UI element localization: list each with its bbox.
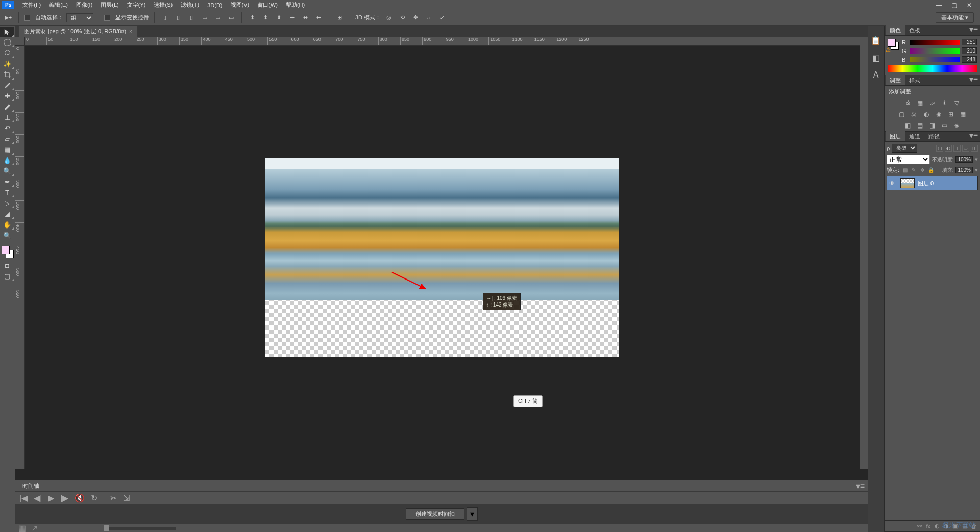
play-icon[interactable]: ▶ [48,493,54,503]
timeline-convert-icon[interactable]: ▦ [18,523,26,532]
foreground-color[interactable] [2,246,10,254]
brush-tool[interactable] [0,102,14,112]
threeD-orbit-icon[interactable]: ◎ [384,13,394,23]
exposure-icon[interactable]: ☀ [941,99,949,107]
auto-select-checkbox[interactable] [24,15,30,21]
threshold-icon[interactable]: ◨ [928,121,937,130]
hand-tool[interactable]: ✋ [0,219,14,230]
selective-color-icon[interactable]: ◈ [953,121,961,130]
paths-tab[interactable]: 路径 [924,131,944,141]
magic-wand-tool[interactable]: ✨ [0,59,14,69]
color-lookup-icon[interactable]: ▦ [959,110,967,118]
curves-icon[interactable]: ⬀ [928,99,937,107]
horizontal-ruler[interactable]: 0501001502002503003504004505005506006507… [24,37,860,46]
menu-filter[interactable]: 滤镜(T) [177,0,203,10]
document-tab[interactable]: 图片素材.jpeg @ 100% (图层 0, RGB/8#) × [18,26,138,37]
threeD-slide-icon[interactable]: ↔ [424,13,434,23]
align-left-icon[interactable]: ▯ [160,13,170,23]
healing-brush-tool[interactable]: ✚ [0,91,14,102]
distribute-icon[interactable]: ⬍ [260,13,271,23]
panel-menu-icon[interactable]: ▾≡ [967,130,980,141]
layer-name[interactable]: 图层 0 [918,180,934,187]
vibrance-icon[interactable]: ▽ [953,99,961,107]
workspace-switcher[interactable]: 基本功能 ▾ [936,12,974,23]
layer-filter-dropdown[interactable]: 类型 [892,144,917,153]
auto-select-dropdown[interactable]: 组 [66,13,93,22]
filter-adjustment-icon[interactable]: ◐ [945,145,952,152]
shape-tool[interactable]: ◢ [0,209,14,219]
photo-filter-icon[interactable]: ◉ [935,110,943,118]
r-slider[interactable] [910,40,960,45]
clone-stamp-tool[interactable]: ⊥ [0,112,14,123]
menu-help[interactable]: 帮助(H) [282,0,309,10]
loop-icon[interactable]: ↻ [91,493,97,503]
next-frame-icon[interactable]: |▶ [60,493,68,503]
visibility-toggle-icon[interactable]: 👁 [889,180,897,186]
lock-paint-icon[interactable]: ✎ [910,167,917,174]
adjustments-tab[interactable]: 调整 [886,75,905,85]
distribute-icon[interactable]: ⬌ [300,13,310,23]
link-layers-icon[interactable]: ⚯ [917,523,922,529]
menu-window[interactable]: 窗口(W) [253,0,282,10]
move-tool[interactable] [0,27,14,37]
transition-icon[interactable]: ⇲ [123,493,130,503]
fill-value[interactable]: 100% [955,167,973,173]
layer-style-icon[interactable]: fx [926,523,930,529]
move-tool-icon[interactable]: ▶+ [3,13,13,23]
threeD-scale-icon[interactable]: ⤢ [437,13,447,23]
maximize-button[interactable]: ▢ [949,2,959,9]
filter-type-icon[interactable]: T [953,145,961,152]
character-panel-icon[interactable]: A [870,69,881,81]
panel-menu-icon[interactable]: ▾≡ [967,73,980,85]
channel-mixer-icon[interactable]: ⊞ [947,110,955,118]
go-to-first-frame-icon[interactable]: |◀ [19,493,28,503]
screen-mode-toggle[interactable]: ▢ [0,271,14,282]
menu-layer[interactable]: 图层(L) [96,0,122,10]
menu-select[interactable]: 选择(S) [150,0,177,10]
history-brush-tool[interactable]: ↶ [0,123,14,134]
timeline-render-icon[interactable]: ↗ [31,523,38,532]
history-panel-icon[interactable]: 📋 [870,35,881,46]
distribute-icon[interactable]: ⬍ [247,13,257,23]
close-tab-icon[interactable]: × [129,29,132,34]
type-tool[interactable]: T [0,187,14,198]
pen-tool[interactable]: ✒ [0,176,14,187]
canvas[interactable]: →| : 106 像素 ↕ : 142 像素 [24,46,860,469]
close-button[interactable]: ✕ [965,2,974,9]
panel-menu-icon[interactable]: ▾≡ [967,23,980,35]
lock-transparency-icon[interactable]: ▨ [901,167,909,174]
blend-mode-dropdown[interactable]: 正常 [887,155,930,164]
menu-view[interactable]: 视图(V) [227,0,254,10]
eyedropper-tool[interactable] [0,80,14,91]
gradient-tool[interactable]: ▦ [0,144,14,155]
threeD-roll-icon[interactable]: ⟲ [397,13,407,23]
crop-tool[interactable] [0,69,14,80]
align-bottom-icon[interactable]: ▭ [226,13,236,23]
color-ramp[interactable] [888,65,977,72]
menu-edit[interactable]: 编辑(E) [45,0,72,10]
g-value[interactable]: 210 [962,47,977,54]
timeline-zoom-slider[interactable] [104,527,176,530]
minimize-button[interactable]: — [934,2,943,9]
color-balance-icon[interactable]: ⚖ [910,110,918,118]
posterize-icon[interactable]: ▤ [916,121,924,130]
timeline-type-dropdown[interactable]: ▾ [467,507,478,521]
gradient-map-icon[interactable]: ▭ [941,121,949,130]
distribute-icon[interactable]: ⬍ [274,13,284,23]
gamut-warning-icon[interactable]: ⚠ [886,46,891,53]
r-value[interactable]: 251 [962,39,977,45]
vertical-scrollbar[interactable] [860,46,868,469]
align-right-icon[interactable]: ▯ [186,13,197,23]
align-center-h-icon[interactable]: ▯ [173,13,183,23]
color-swatches[interactable] [2,246,14,258]
eraser-tool[interactable]: ▱ [0,134,14,144]
filter-shape-icon[interactable]: ▱ [962,145,969,152]
g-slider[interactable] [910,48,960,54]
timeline-tab[interactable]: 时间轴 [18,480,43,491]
split-clip-icon[interactable]: ✂ [110,493,117,503]
channels-tab[interactable]: 通道 [905,131,924,141]
b-value[interactable]: 248 [962,56,977,63]
levels-icon[interactable]: ▦ [916,99,924,107]
quick-mask-toggle[interactable]: ◘ [0,260,14,271]
filter-pixel-icon[interactable]: ▢ [936,145,943,152]
